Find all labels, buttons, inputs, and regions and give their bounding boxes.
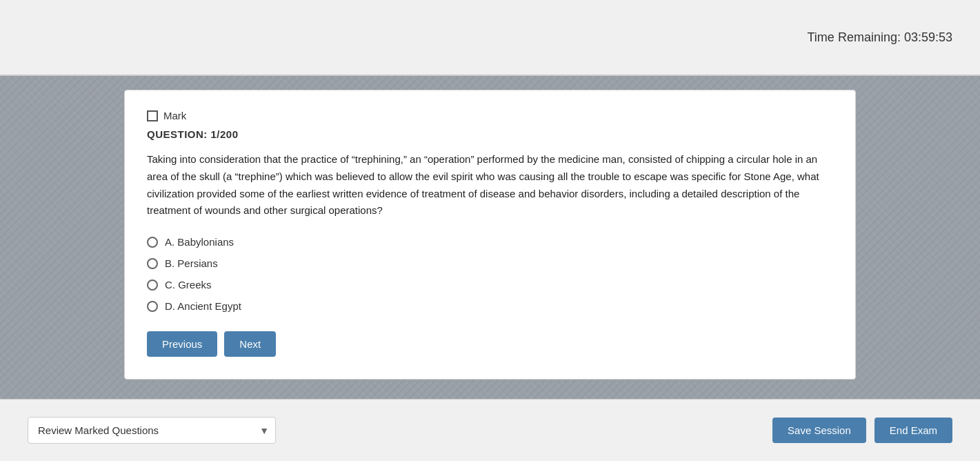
- option-c-radio[interactable]: [147, 279, 158, 291]
- option-b-label: B. Persians: [165, 257, 218, 269]
- mark-row: Mark: [147, 110, 833, 121]
- bottom-toolbar: Review Marked Questions ▼ Save Session E…: [0, 399, 980, 461]
- nav-buttons: Previous Next: [147, 331, 833, 357]
- previous-button[interactable]: Previous: [147, 331, 217, 357]
- action-buttons: Save Session End Exam: [772, 418, 952, 443]
- mark-label: Mark: [163, 110, 186, 121]
- save-session-button[interactable]: Save Session: [772, 418, 866, 443]
- header-bar: Time Remaining: 03:59:53: [0, 0, 980, 76]
- question-number: QUESTION: 1/200: [147, 128, 833, 140]
- option-a-label: A. Babylonians: [165, 236, 234, 248]
- option-a[interactable]: A. Babylonians: [147, 236, 833, 248]
- time-remaining: Time Remaining: 03:59:53: [808, 30, 952, 45]
- question-text: Taking into consideration that the pract…: [147, 151, 833, 219]
- next-button[interactable]: Next: [224, 331, 276, 357]
- options-list: A. Babylonians B. Persians C. Greeks D. …: [147, 236, 833, 312]
- option-d-radio[interactable]: [147, 301, 158, 312]
- option-b[interactable]: B. Persians: [147, 257, 833, 269]
- review-marked-select[interactable]: Review Marked Questions: [28, 417, 276, 444]
- mark-checkbox[interactable]: [147, 110, 158, 121]
- review-select-wrapper: Review Marked Questions ▼: [28, 417, 276, 444]
- question-card: Mark QUESTION: 1/200 Taking into conside…: [124, 90, 856, 380]
- option-d[interactable]: D. Ancient Egypt: [147, 300, 833, 312]
- option-b-radio[interactable]: [147, 258, 158, 269]
- option-c[interactable]: C. Greeks: [147, 279, 833, 291]
- option-c-label: C. Greeks: [165, 279, 212, 291]
- option-a-radio[interactable]: [147, 237, 158, 248]
- option-d-label: D. Ancient Egypt: [165, 300, 241, 312]
- end-exam-button[interactable]: End Exam: [874, 418, 952, 443]
